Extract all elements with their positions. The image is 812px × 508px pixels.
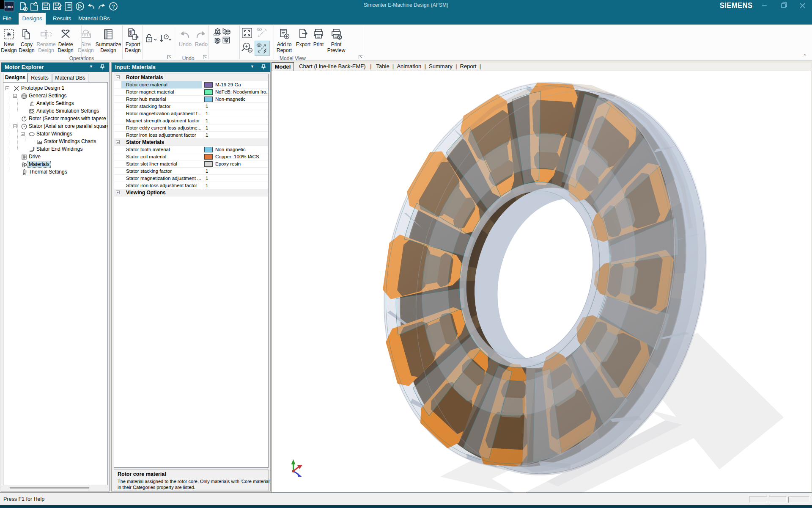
svg-text:DGN: DGN: [129, 30, 132, 36]
